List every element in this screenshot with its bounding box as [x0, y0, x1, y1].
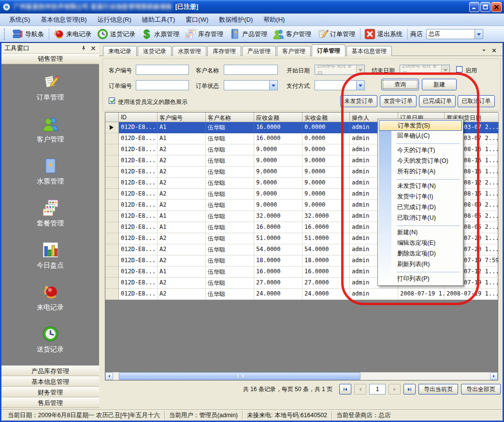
page-number-input[interactable]: [369, 384, 386, 394]
context-menu-item[interactable]: 所有的订单(A): [379, 167, 462, 177]
shop-combo[interactable]: 总店: [426, 29, 483, 39]
window-control-button[interactable]: [491, 2, 502, 12]
end-date-picker[interactable]: 2009年 6月 8日: [400, 65, 450, 75]
toolbar-grip[interactable]: [4, 28, 6, 40]
row-selector[interactable]: [105, 200, 119, 211]
sidebar-item[interactable]: 客户管理: [37, 115, 64, 144]
context-menu-item[interactable]: 删除选定项(D): [379, 249, 462, 259]
context-menu-item[interactable]: 已完成订单(D): [379, 202, 462, 213]
window-control-button[interactable]: [469, 2, 479, 12]
close-icon[interactable]: [90, 45, 96, 51]
context-menu-item[interactable]: 未发货订单(N): [379, 181, 462, 192]
sidebar-item[interactable]: 水票管理: [37, 157, 64, 186]
status-filter-button[interactable]: 已取消订单: [458, 95, 495, 107]
status-filter-button[interactable]: 未发货订单: [340, 95, 377, 107]
row-selector[interactable]: [105, 155, 119, 167]
toolbar-button[interactable]: 来电记录: [51, 27, 95, 41]
toolbar-button[interactable]: 送货记录: [95, 27, 139, 41]
pay-method-combo[interactable]: [315, 80, 365, 90]
sidebar-section-bar[interactable]: 基本信息管理: [1, 376, 99, 387]
first-page-button[interactable]: [339, 384, 351, 394]
menu-bar-item[interactable]: 系统(S): [4, 14, 35, 26]
row-selector[interactable]: [105, 233, 119, 244]
row-selector[interactable]: [105, 267, 119, 278]
document-tab[interactable]: 库存管理: [207, 46, 241, 56]
scroll-right-button[interactable]: [490, 372, 498, 380]
export-current-page-button[interactable]: 导出当前页: [418, 384, 458, 394]
menu-bar-item[interactable]: 基本信息管理(B): [35, 14, 92, 26]
menu-bar-item[interactable]: 运行信息(R): [92, 14, 137, 26]
horizontal-scrollbar[interactable]: [105, 372, 498, 380]
toolbar-button[interactable]: 退出系统: [362, 27, 406, 41]
last-page-button[interactable]: [403, 384, 416, 394]
context-menu-item[interactable]: 发货中订单(I): [379, 192, 462, 202]
order-status-combo[interactable]: [224, 80, 278, 90]
close-icon[interactable]: [491, 48, 497, 53]
row-selector[interactable]: [105, 144, 119, 155]
menu-bar-item[interactable]: 辅助工具(T): [137, 14, 181, 26]
context-menu-item[interactable]: [379, 270, 462, 274]
scroll-left-button[interactable]: [105, 372, 113, 380]
use-color-checkbox[interactable]: [109, 98, 115, 104]
sidebar-section-bar[interactable]: 产品库存管理: [1, 366, 99, 376]
context-menu-item[interactable]: [379, 177, 462, 181]
sidebar-item[interactable]: 订单管理: [37, 73, 64, 102]
toolbar-button[interactable]: 产品管理: [227, 27, 271, 41]
row-selector[interactable]: [105, 178, 119, 189]
row-selector[interactable]: [105, 167, 119, 178]
window-control-button[interactable]: [480, 2, 490, 12]
sidebar-item[interactable]: 来电记录: [37, 283, 64, 312]
context-menu-item[interactable]: [379, 141, 462, 145]
row-selector[interactable]: [105, 222, 119, 233]
sidebar-item[interactable]: 套餐管理: [37, 199, 64, 228]
combo-arrow-icon[interactable]: [269, 81, 277, 90]
sidebar-section-sales[interactable]: 销售管理: [1, 54, 99, 64]
new-button[interactable]: 新建: [422, 79, 457, 90]
context-menu-item[interactable]: 新建(N): [379, 227, 462, 238]
sidebar-section-bar[interactable]: 售后管理: [1, 397, 99, 408]
table-header-cell[interactable]: ID: [119, 113, 158, 122]
document-tab[interactable]: 客户管理: [277, 46, 311, 56]
context-menu-item[interactable]: 回单确认(C): [379, 131, 462, 141]
row-selector[interactable]: [105, 255, 119, 267]
document-tab[interactable]: 水票管理: [173, 46, 206, 56]
document-tab[interactable]: 基本信息管理: [346, 46, 392, 56]
menu-bar-item[interactable]: 数据维护(D): [214, 14, 258, 26]
combo-arrow-icon[interactable]: [475, 29, 483, 39]
table-header-cell[interactable]: 客户名称: [206, 113, 254, 122]
row-selector[interactable]: [105, 122, 119, 133]
prev-page-button[interactable]: [354, 384, 366, 394]
sidebar-item[interactable]: 今日盘点: [37, 241, 64, 270]
scrollbar-thumb[interactable]: [119, 372, 360, 380]
status-filter-button[interactable]: 发货中订单: [380, 95, 417, 107]
combo-arrow-icon[interactable]: [356, 81, 364, 90]
toolbar-button[interactable]: $ 水票管理: [139, 27, 183, 41]
menu-bar-item[interactable]: 帮助(H): [258, 14, 290, 26]
toolbar-button[interactable]: 库存管理: [183, 27, 227, 41]
context-menu-item[interactable]: 刷新列表(R): [379, 259, 462, 270]
next-page-button[interactable]: [389, 384, 401, 394]
table-header-cell[interactable]: 客户编号: [158, 113, 206, 122]
pin-icon[interactable]: [81, 45, 86, 51]
table-row[interactable]: 012D-E8... A2 伍华聪 24.0000 24.0000 admin: [105, 289, 498, 300]
row-selector[interactable]: [105, 189, 119, 200]
context-menu-item[interactable]: 订单发货(S): [379, 120, 462, 131]
customer-name-input[interactable]: [224, 65, 278, 75]
document-tab[interactable]: 订单管理: [312, 44, 346, 56]
context-menu-item[interactable]: 打印列表(P): [379, 274, 462, 284]
table-header-cell[interactable]: 实收金额: [302, 113, 350, 122]
document-tab[interactable]: 送货记录: [138, 46, 172, 56]
sidebar-item[interactable]: 送货记录: [37, 325, 64, 354]
row-selector[interactable]: [105, 244, 119, 255]
start-date-picker[interactable]: 2009年 6月 8日: [315, 65, 365, 75]
row-selector[interactable]: [105, 211, 119, 222]
context-menu-item[interactable]: 编辑选定项(E): [379, 238, 462, 249]
context-menu-item[interactable]: [379, 224, 462, 227]
sidebar-section-bar[interactable]: 财务管理: [1, 387, 99, 397]
document-tab[interactable]: 来电记录: [103, 46, 137, 56]
table-header-cell[interactable]: 应收金额: [254, 113, 302, 122]
chevron-down-icon[interactable]: [481, 48, 487, 53]
enable-checkbox[interactable]: [456, 66, 462, 72]
customer-code-input[interactable]: [136, 65, 189, 75]
toolbar-button[interactable]: 订单管理: [315, 27, 359, 41]
